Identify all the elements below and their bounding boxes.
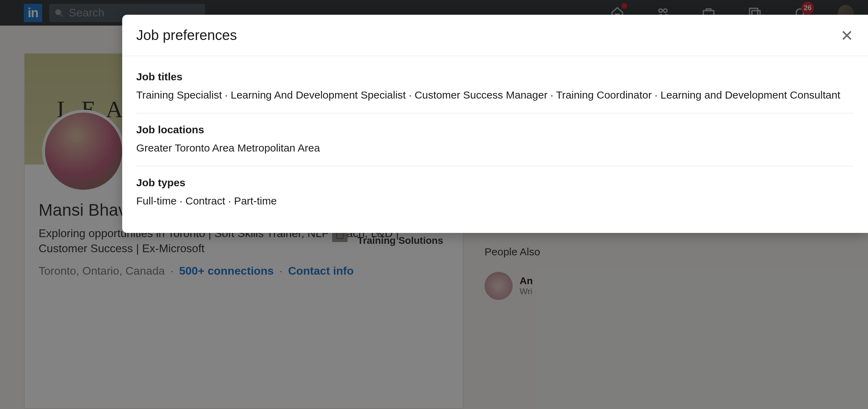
job-preferences-modal: Job preferences Job titles Training Spec… [122,15,868,233]
job-titles-section: Job titles Training Specialist · Learnin… [136,60,854,113]
close-button[interactable] [840,28,854,42]
job-titles-label: Job titles [136,71,854,83]
job-titles-value: Training Specialist · Learning And Devel… [136,88,854,102]
job-locations-value: Greater Toronto Area Metropolitan Area [136,141,854,155]
job-types-value: Full-time · Contract · Part-time [136,194,854,208]
job-types-section: Job types Full-time · Contract · Part-ti… [136,166,854,219]
job-locations-label: Job locations [136,124,854,136]
job-types-label: Job types [136,177,854,189]
modal-title: Job preferences [136,27,237,43]
job-locations-section: Job locations Greater Toronto Area Metro… [136,113,854,166]
close-icon [841,29,853,41]
